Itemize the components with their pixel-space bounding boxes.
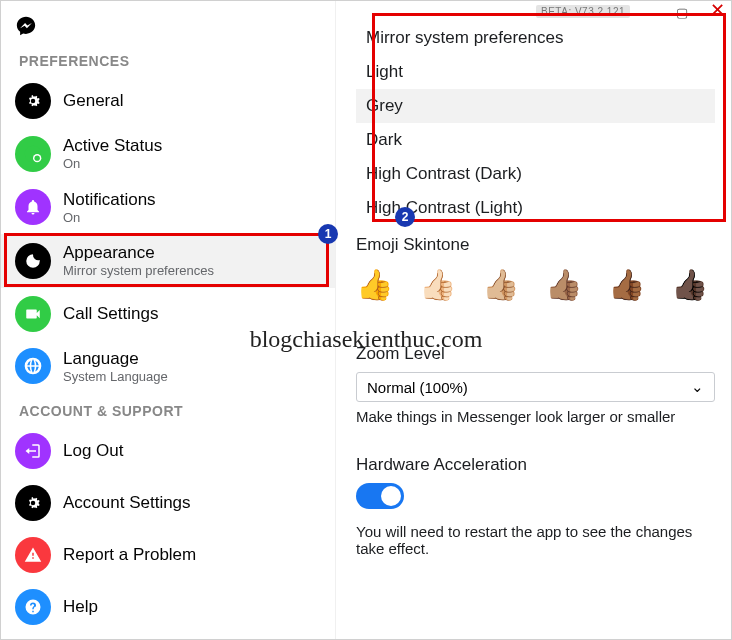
annotation-badge-2: 2 <box>395 207 415 227</box>
video-icon <box>15 296 51 332</box>
gear-icon <box>15 83 51 119</box>
nav-sub: System Language <box>63 369 168 385</box>
bell-icon <box>15 189 51 225</box>
nav-title: Notifications <box>63 189 156 210</box>
annotation-badge-1: 1 <box>318 224 338 244</box>
warning-icon <box>15 537 51 573</box>
theme-option-light[interactable]: Light <box>356 55 715 89</box>
close-button[interactable]: ✕ <box>710 5 725 20</box>
nav-title: Active Status <box>63 135 162 156</box>
window-controls: — ▢ ✕ <box>641 5 725 20</box>
skintone-dark[interactable]: 👍🏿 <box>671 267 708 302</box>
sidebar-item-general[interactable]: General <box>1 75 335 127</box>
zoom-note: Make things in Messenger look larger or … <box>356 408 715 425</box>
main-panel: BETA: V73.2.121 — ▢ ✕ Mirror system pref… <box>336 1 731 639</box>
nav-title: Account Settings <box>63 492 191 513</box>
hw-accel-note: You will need to restart the app to see … <box>356 523 715 557</box>
nav-title: Language <box>63 348 168 369</box>
theme-option-hc-dark[interactable]: High Contrast (Dark) <box>356 157 715 191</box>
chevron-down-icon: ⌄ <box>691 378 704 396</box>
beta-badge: BETA: V73.2.121 <box>536 5 630 18</box>
nav-title: Log Out <box>63 440 124 461</box>
zoom-heading: Zoom Level <box>356 344 715 364</box>
active-status-icon <box>15 136 51 172</box>
skintone-light[interactable]: 👍🏻 <box>419 267 456 302</box>
nav-title: Call Settings <box>63 303 158 324</box>
zoom-select[interactable]: Normal (100%) ⌄ <box>356 372 715 402</box>
emoji-skintone-row: 👍 👍🏻 👍🏼 👍🏽 👍🏾 👍🏿 <box>356 263 715 320</box>
section-preferences: PREFERENCES <box>1 43 335 75</box>
gear-icon <box>15 485 51 521</box>
section-account: ACCOUNT & SUPPORT <box>1 393 335 425</box>
hw-accel-heading: Hardware Acceleration <box>356 455 715 475</box>
sidebar-item-call-settings[interactable]: Call Settings <box>1 288 335 340</box>
theme-dropdown-list: Mirror system preferences Light Grey Dar… <box>356 21 715 225</box>
sidebar-item-active-status[interactable]: Active Status On <box>1 127 335 181</box>
globe-icon <box>15 348 51 384</box>
theme-option-grey[interactable]: Grey <box>356 89 715 123</box>
theme-option-dark[interactable]: Dark <box>356 123 715 157</box>
theme-option-mirror[interactable]: Mirror system preferences <box>356 21 715 55</box>
sidebar-item-notifications[interactable]: Notifications On <box>1 181 335 235</box>
zoom-value: Normal (100%) <box>367 379 468 396</box>
maximize-button[interactable]: ▢ <box>676 5 688 20</box>
nav-title: Help <box>63 596 98 617</box>
messenger-icon <box>15 15 37 37</box>
sidebar-item-logout[interactable]: Log Out <box>1 425 335 477</box>
emoji-skintone-heading: Emoji Skintone <box>356 235 715 255</box>
sidebar-item-account-settings[interactable]: Account Settings <box>1 477 335 529</box>
skintone-medium[interactable]: 👍🏽 <box>545 267 582 302</box>
hw-accel-toggle[interactable] <box>356 483 404 509</box>
skintone-medium-light[interactable]: 👍🏼 <box>482 267 519 302</box>
nav-sub: On <box>63 210 156 226</box>
sidebar-item-help[interactable]: Help <box>1 581 335 633</box>
nav-title: General <box>63 90 123 111</box>
sidebar-item-report[interactable]: Report a Problem <box>1 529 335 581</box>
moon-icon <box>15 243 51 279</box>
sidebar-item-language[interactable]: Language System Language <box>1 340 335 394</box>
nav-title: Appearance <box>63 242 214 263</box>
logout-icon <box>15 433 51 469</box>
skintone-medium-dark[interactable]: 👍🏾 <box>608 267 645 302</box>
minimize-button[interactable]: — <box>641 5 654 20</box>
app-window: PREFERENCES General Active Status On Not… <box>0 0 732 640</box>
nav-sub: On <box>63 156 162 172</box>
svg-point-2 <box>35 155 40 160</box>
messenger-logo <box>1 9 335 43</box>
sidebar-item-appearance[interactable]: Appearance Mirror system preferences <box>1 234 335 288</box>
nav-sub: Mirror system preferences <box>63 263 214 279</box>
skintone-default[interactable]: 👍 <box>356 267 393 302</box>
help-icon <box>15 589 51 625</box>
sidebar: PREFERENCES General Active Status On Not… <box>1 1 336 639</box>
nav-title: Report a Problem <box>63 544 196 565</box>
